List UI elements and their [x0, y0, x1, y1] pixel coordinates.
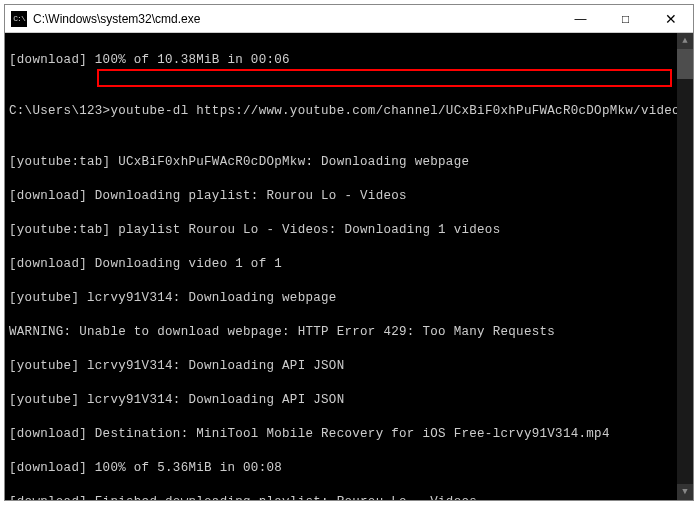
output-line: [youtube] lcrvy91V314: Downloading API J…: [9, 392, 689, 409]
cmd-icon: C:\: [11, 11, 27, 27]
cmd-window: C:\ C:\Windows\system32\cmd.exe — □ ✕ [d…: [4, 4, 694, 501]
close-button[interactable]: ✕: [648, 5, 693, 32]
output-line: [youtube:tab] UCxBiF0xhPuFWAcR0cDOpMkw: …: [9, 154, 689, 171]
maximize-button[interactable]: □: [603, 5, 648, 32]
output-line: [download] 100% of 5.36MiB in 00:08: [9, 460, 689, 477]
prompt-line: C:\Users\123>youtube-dl https://www.yout…: [9, 103, 689, 120]
window-controls: — □ ✕: [558, 5, 693, 32]
prompt-prefix: C:\Users\123>: [9, 104, 110, 118]
output-line: [download] 100% of 10.38MiB in 00:06: [9, 52, 689, 69]
scrollbar-up-button[interactable]: ▲: [677, 33, 693, 49]
output-line: [download] Downloading video 1 of 1: [9, 256, 689, 273]
minimize-button[interactable]: —: [558, 5, 603, 32]
output-line: WARNING: Unable to download webpage: HTT…: [9, 324, 689, 341]
terminal-content: [download] 100% of 10.38MiB in 00:06 C:\…: [5, 33, 693, 500]
output-line: [download] Finished downloading playlist…: [9, 494, 689, 500]
output-line: [youtube] lcrvy91V314: Downloading API J…: [9, 358, 689, 375]
scrollbar-down-button[interactable]: ▼: [677, 484, 693, 500]
output-line: [youtube:tab] playlist Rourou Lo - Video…: [9, 222, 689, 239]
window-title: C:\Windows\system32\cmd.exe: [33, 12, 558, 26]
scrollbar-thumb[interactable]: [677, 49, 693, 79]
terminal-body[interactable]: [download] 100% of 10.38MiB in 00:06 C:\…: [5, 33, 693, 500]
output-line: [download] Downloading playlist: Rourou …: [9, 188, 689, 205]
output-line: [download] Destination: MiniTool Mobile …: [9, 426, 689, 443]
scrollbar[interactable]: ▲ ▼: [677, 33, 693, 500]
titlebar[interactable]: C:\ C:\Windows\system32\cmd.exe — □ ✕: [5, 5, 693, 33]
output-line: [youtube] lcrvy91V314: Downloading webpa…: [9, 290, 689, 307]
prompt-command: youtube-dl https://www.youtube.com/chann…: [110, 104, 687, 118]
